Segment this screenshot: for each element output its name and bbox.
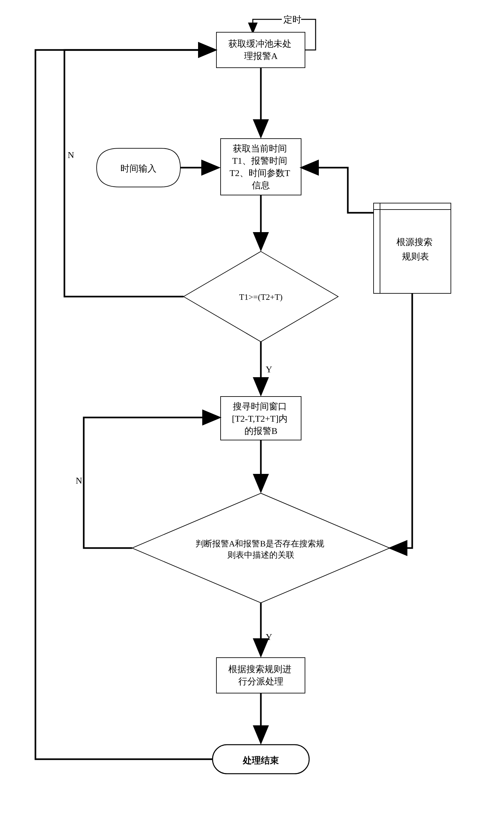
step4-box bbox=[216, 658, 305, 693]
decision1-text: T1>=(T2+T) bbox=[239, 292, 283, 302]
d1-yes-label: Y bbox=[266, 364, 272, 374]
d2-yes-label: Y bbox=[266, 632, 272, 642]
d2-no-label: N bbox=[76, 475, 82, 485]
flowchart-diagram: 定时 获取缓冲池未处 理报警A 时间输入 获取当前时间 T1、报警时间 T2、时… bbox=[0, 0, 504, 814]
timer-label: 定时 bbox=[283, 14, 301, 24]
d1-no-label: N bbox=[68, 150, 74, 160]
arrow-rules-d2 bbox=[391, 293, 412, 548]
arrow-timer bbox=[253, 19, 282, 32]
arrow-rules-s2 bbox=[303, 167, 374, 213]
end-text: 处理结束 bbox=[242, 755, 279, 765]
step1-box bbox=[216, 32, 305, 68]
time-input-text: 时间输入 bbox=[120, 163, 157, 173]
rules-table-shape bbox=[374, 203, 451, 293]
svg-rect-1 bbox=[374, 203, 451, 293]
